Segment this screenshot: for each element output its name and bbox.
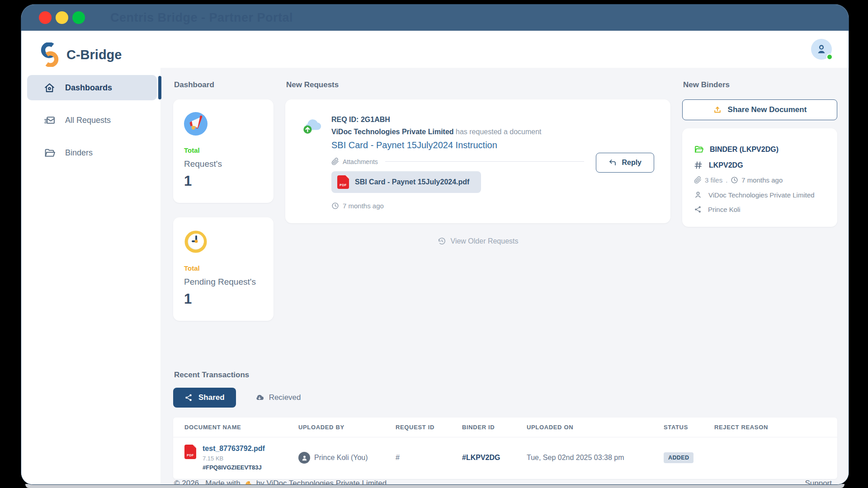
person-icon (694, 191, 702, 199)
request-card: REQ ID: 2G1ABH ViDoc Technologies Privat… (285, 99, 670, 223)
uploaded-on-cell: Tue, Sep 02nd 2025 03:38 pm (527, 454, 664, 462)
topbar (160, 31, 849, 68)
requester-name: ViDoc Technologies Private Limited (331, 128, 454, 136)
copyright-suffix: by ViDoc Technologies Private Limited (256, 479, 387, 484)
binder-files-count: 3 files (705, 176, 722, 184)
support-link[interactable]: Support (805, 479, 832, 484)
attachments-label: Attachments (343, 158, 378, 165)
transactions-tabs: Shared Recieved (173, 388, 837, 408)
folder-open-icon (44, 147, 55, 159)
clock-icon (184, 230, 208, 253)
mail-send-icon (44, 115, 55, 126)
binder-organization-row: ViDoc Technologies Private Limited (694, 191, 826, 199)
stats-column: Dashboard Total Request's 1 (173, 80, 274, 335)
view-older-label: View Older Requests (451, 237, 519, 245)
dashboard-heading: Dashboard (174, 80, 274, 89)
document-name-link[interactable]: test_87763792.pdf (203, 445, 265, 453)
column-header: STATUS (664, 424, 714, 431)
column-header: UPLOADED ON (527, 424, 664, 431)
window-bottom-edge (25, 484, 844, 488)
requested-document-title[interactable]: SBI Card - Paynet 15July2024 Instruction (331, 140, 587, 150)
sidebar-nav: Dashboards All Requests Binders (21, 75, 160, 165)
status-badge: ADDED (664, 452, 693, 463)
requester-suffix: has requested a document (454, 128, 542, 136)
binder-id-cell[interactable]: #LKPV2DG (462, 454, 527, 462)
binder-meta-row: 3 files . 7 months ago (694, 176, 826, 184)
sidebar-item-label: Binders (65, 148, 93, 158)
person-icon (301, 455, 308, 461)
home-icon (44, 82, 55, 94)
folder-open-green-icon (694, 145, 703, 154)
new-binders-column: New Binders Share New Document (682, 80, 837, 227)
total-requests-card: Total Request's 1 (173, 99, 274, 203)
close-button[interactable] (39, 11, 52, 24)
pending-requests-card: Total Pending Request's 1 (173, 217, 274, 321)
request-time-ago: 7 months ago (343, 202, 384, 210)
user-avatar[interactable] (811, 39, 832, 60)
cloud-upload-icon (302, 117, 322, 135)
binder-title: BINDER (LKPV2DG) (710, 145, 778, 154)
attachments-row: Attachments (331, 158, 587, 165)
hash-icon (694, 161, 703, 169)
sidebar-item-binders[interactable]: Binders (27, 140, 157, 165)
upload-icon (713, 105, 722, 114)
c-bridge-logo-icon (39, 42, 60, 67)
tab-shared[interactable]: Shared (173, 388, 236, 408)
new-requests-heading: New Requests (286, 80, 670, 89)
main-area: Dashboard Total Request's 1 (160, 31, 849, 484)
binder-shared-by-row: Prince Koli (694, 206, 826, 213)
uploaded-by-cell: Prince Koli (You) (298, 452, 396, 464)
share-new-document-label: Share New Document (728, 105, 807, 114)
column-header: DOCUMENT NAME (184, 424, 298, 431)
sidebar-item-all-requests[interactable]: All Requests (27, 108, 157, 133)
megaphone-icon (184, 112, 208, 136)
stat-value: 1 (184, 173, 263, 189)
app-window: Centris Bridge - Partner Portal C-Bridge… (21, 5, 849, 484)
document-size: 7.15 KB (203, 455, 265, 462)
uploaded-by-name: Prince Koli (You) (314, 454, 368, 462)
pdf-file-icon: PDF (337, 175, 349, 189)
recent-transactions-heading: Recent Transactions (174, 371, 837, 380)
page-footer: © 2026 , Made with by ViDoc Technologies… (173, 479, 837, 484)
view-older-requests-link[interactable]: View Older Requests (285, 237, 670, 245)
document-cell: PDF test_87763792.pdf 7.15 KB #FPQ8IVGZI… (184, 445, 298, 471)
request-id-cell: # (396, 454, 462, 462)
attachment-chip[interactable]: PDF SBI Card - Paynet 15July2024.pdf (331, 171, 481, 193)
stat-top-label: Total (184, 264, 263, 272)
binder-card[interactable]: BINDER (LKPV2DG) LKPV2DG (682, 128, 837, 227)
sidebar-item-dashboards[interactable]: Dashboards (27, 75, 157, 100)
copyright-prefix: © 2026 , Made with (174, 479, 241, 484)
minimize-button[interactable] (56, 11, 68, 24)
uploader-avatar (298, 452, 310, 464)
tab-received[interactable]: Recieved (255, 393, 301, 402)
sidebar: C-Bridge Dashboards All Requests (21, 31, 160, 484)
column-header: REJECT REASON (714, 424, 837, 431)
request-time-row: 7 months ago (331, 202, 587, 210)
sidebar-item-label: Dashboards (65, 83, 112, 93)
requester-line: ViDoc Technologies Private Limited has r… (331, 128, 587, 136)
request-id-label: REQ ID: 2G1ABH (331, 116, 587, 124)
transactions-table: DOCUMENT NAME UPLOADED BY REQUEST ID BIN… (173, 418, 837, 479)
column-header: UPLOADED BY (298, 424, 396, 431)
binder-organization: ViDoc Technologies Private Limited (708, 191, 815, 199)
column-header: REQUEST ID (396, 424, 462, 431)
online-status-dot (826, 54, 833, 60)
new-requests-column: New Requests REQ ID: 2G1ABH (285, 80, 670, 245)
paperclip-icon (694, 176, 702, 184)
brand-logo[interactable]: C-Bridge (21, 41, 160, 69)
zoom-button[interactable] (72, 11, 85, 24)
stat-label: Request's (184, 159, 263, 169)
person-icon (816, 43, 827, 55)
tab-received-label: Recieved (269, 393, 301, 402)
table-header-row: DOCUMENT NAME UPLOADED BY REQUEST ID BIN… (173, 418, 837, 437)
stat-top-label: Total (184, 146, 263, 154)
paperclip-icon (331, 158, 339, 165)
window-title: Centris Bridge - Partner Portal (110, 11, 293, 25)
share-new-document-button[interactable]: Share New Document (682, 99, 837, 120)
attachment-file-name: SBI Card - Paynet 15July2024.pdf (355, 178, 469, 186)
reply-label: Reply (622, 159, 642, 167)
window-titlebar: Centris Bridge - Partner Portal (21, 5, 849, 31)
traffic-lights (39, 11, 85, 24)
reply-button[interactable]: Reply (596, 153, 654, 173)
divider (385, 161, 584, 162)
